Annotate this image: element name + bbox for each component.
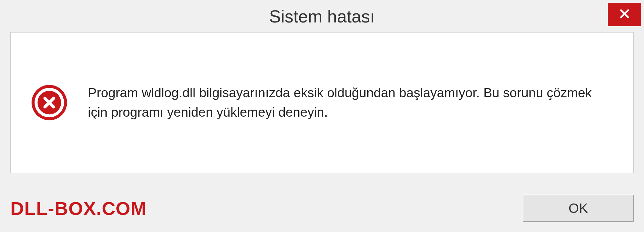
dialog-title: Sistem hatası	[269, 6, 375, 26]
close-button[interactable]	[608, 3, 641, 26]
error-icon	[31, 84, 68, 121]
watermark-text: DLL-BOX.COM	[10, 197, 147, 219]
message-panel: Program wldlog.dll bilgisayarınızda eksi…	[10, 32, 634, 173]
ok-button[interactable]: OK	[523, 195, 634, 222]
error-dialog: Sistem hatası Program wldlog.dll bilgisa…	[0, 0, 644, 232]
error-message: Program wldlog.dll bilgisayarınızda eksi…	[88, 83, 613, 122]
ok-button-label: OK	[569, 201, 588, 216]
dialog-footer: DLL-BOX.COM OK	[10, 195, 634, 222]
close-icon	[619, 8, 631, 21]
titlebar: Sistem hatası	[0, 0, 644, 32]
